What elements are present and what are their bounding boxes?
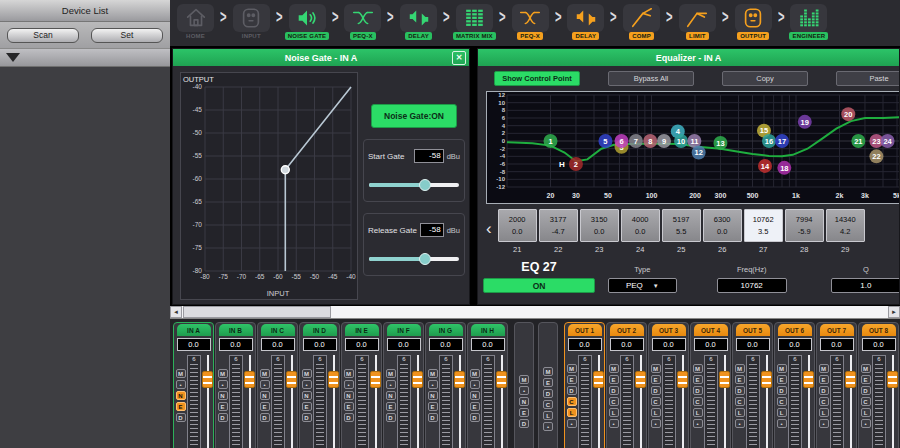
letter-button-C[interactable]: C: [861, 397, 871, 406]
letter-button-E[interactable]: E: [519, 408, 529, 417]
letter-button-M[interactable]: M: [428, 369, 438, 378]
letter-button-E[interactable]: E: [735, 375, 745, 384]
letter-button-M[interactable]: M: [218, 369, 228, 378]
letter-button-N[interactable]: N: [218, 391, 228, 400]
channel-gain-value[interactable]: 0.0: [568, 338, 602, 351]
channel-gain-value[interactable]: 0.0: [177, 338, 211, 351]
eq-band-button-29[interactable]: 143404.2: [826, 209, 865, 242]
letter-button-•[interactable]: •: [176, 380, 186, 389]
fader-handle[interactable]: [286, 371, 297, 388]
channel-gain-value[interactable]: 0.0: [862, 338, 896, 351]
eq-control-point-16[interactable]: 16: [762, 134, 776, 148]
channel-fader[interactable]: [244, 355, 256, 448]
bypass-all-button[interactable]: Bypass All: [608, 71, 694, 86]
eq-control-point-21[interactable]: 21: [851, 134, 865, 148]
letter-button-D[interactable]: D: [735, 386, 745, 395]
letter-button-D[interactable]: D: [693, 386, 703, 395]
channel-fader[interactable]: [454, 355, 466, 448]
letter-button-D[interactable]: D: [819, 386, 829, 395]
horizontal-scrollbar[interactable]: ◄ ►: [170, 306, 900, 319]
channel-tab[interactable]: OUT 4: [694, 324, 728, 336]
letter-button-C[interactable]: C: [567, 397, 577, 406]
release-gate-value[interactable]: -58: [420, 223, 444, 237]
fader-handle[interactable]: [412, 371, 423, 388]
eq-band-button-27[interactable]: 107623.5: [744, 209, 783, 242]
letter-button-•[interactable]: •: [428, 380, 438, 389]
letter-button-N[interactable]: N: [470, 391, 480, 400]
channel-tab[interactable]: IN H: [471, 324, 505, 336]
toolbar-item-output[interactable]: OUTPUT: [731, 4, 776, 39]
letter-button-N[interactable]: N: [386, 391, 396, 400]
letter-button-M[interactable]: M: [543, 367, 553, 376]
channel-fader[interactable]: [286, 355, 298, 448]
channel-fader[interactable]: [328, 355, 340, 448]
letter-button-E[interactable]: E: [543, 378, 553, 387]
channel-fader[interactable]: [887, 355, 899, 448]
channel-tab[interactable]: OUT 2: [610, 324, 644, 336]
channel-fader[interactable]: [761, 355, 773, 448]
letter-button-M[interactable]: M: [567, 364, 577, 373]
letter-button-M[interactable]: M: [386, 369, 396, 378]
letter-button-•[interactable]: •: [609, 419, 619, 428]
eq-control-point-20[interactable]: 20: [841, 107, 855, 121]
channel-tab[interactable]: IN D: [303, 324, 337, 336]
fader-handle[interactable]: [202, 371, 213, 388]
letter-button-D[interactable]: D: [302, 413, 312, 422]
letter-button-L[interactable]: L: [735, 408, 745, 417]
letter-button-L[interactable]: L: [777, 408, 787, 417]
letter-button-•[interactable]: •: [344, 380, 354, 389]
equalizer-graph[interactable]: 121086420-2-4-6-8-10-1220305010020030050…: [486, 91, 900, 204]
fader-handle[interactable]: [803, 371, 814, 388]
channel-gain-value[interactable]: 0.0: [778, 338, 812, 351]
eq-control-point-24[interactable]: 24: [881, 134, 895, 148]
toolbar-item-limit[interactable]: LIMIT: [675, 4, 720, 39]
channel-tab[interactable]: IN B: [219, 324, 253, 336]
fader-handle[interactable]: [328, 371, 339, 388]
noise-gate-graph[interactable]: -40-45-50-55-60-65-70-75-80-80-75-70-65-…: [180, 72, 358, 300]
letter-button-D[interactable]: D: [651, 386, 661, 395]
letter-button-•[interactable]: •: [861, 419, 871, 428]
eq-control-point-22[interactable]: 22: [869, 149, 883, 163]
device-tree-collapse[interactable]: [0, 48, 170, 67]
letter-button-M[interactable]: M: [819, 364, 829, 373]
letter-button-N[interactable]: N: [519, 397, 529, 406]
letter-button-D[interactable]: D: [386, 413, 396, 422]
eq-control-point-2[interactable]: 2: [569, 157, 583, 171]
letter-button-M[interactable]: M: [344, 369, 354, 378]
toolbar-item-engineer[interactable]: ENGINEER: [786, 4, 831, 39]
letter-button-M[interactable]: M: [693, 364, 703, 373]
channel-tab[interactable]: OUT 3: [652, 324, 686, 336]
toolbar-item-input[interactable]: INPUT: [229, 4, 274, 39]
letter-button-C[interactable]: C: [693, 397, 703, 406]
letter-button-•[interactable]: •: [651, 419, 661, 428]
letter-button-D[interactable]: D: [344, 413, 354, 422]
channel-fader[interactable]: [496, 355, 508, 448]
channel-fader[interactable]: [202, 355, 214, 448]
letter-button-D[interactable]: D: [176, 413, 186, 422]
eq-band-button-25[interactable]: 51975.5: [662, 209, 701, 242]
toolbar-item-delay[interactable]: DELAY: [563, 4, 608, 39]
letter-button-D[interactable]: D: [609, 386, 619, 395]
fader-handle[interactable]: [635, 371, 646, 388]
eq-control-point-18[interactable]: 18: [777, 161, 791, 175]
letter-button-•[interactable]: •: [519, 386, 529, 395]
letter-button-•[interactable]: •: [302, 380, 312, 389]
letter-button-•[interactable]: •: [567, 419, 577, 428]
eq-band-button-26[interactable]: 63000.0: [703, 209, 742, 242]
slider-thumb[interactable]: [419, 179, 431, 191]
eq-band-button-24[interactable]: 40000.0: [621, 209, 660, 242]
scrollbar-thumb[interactable]: [183, 306, 331, 318]
eq-control-point-9[interactable]: 9: [657, 134, 671, 148]
toolbar-item-matrix-mix[interactable]: MATRIX MIX: [452, 4, 497, 39]
channel-gain-value[interactable]: 0.0: [471, 338, 505, 351]
letter-button-L[interactable]: L: [609, 408, 619, 417]
eq-control-point-6[interactable]: 6: [615, 134, 629, 148]
toolbar-item-noise-gate[interactable]: NOISE GATE: [285, 4, 330, 39]
letter-button-C[interactable]: C: [651, 397, 661, 406]
letter-button-•[interactable]: •: [693, 419, 703, 428]
bands-scroll-left-icon[interactable]: ‹: [486, 219, 492, 239]
copy-button[interactable]: Copy: [722, 71, 808, 86]
letter-button-D[interactable]: D: [543, 389, 553, 398]
eq-control-point-17[interactable]: 17: [775, 134, 789, 148]
eq-control-point-19[interactable]: 19: [798, 115, 812, 129]
